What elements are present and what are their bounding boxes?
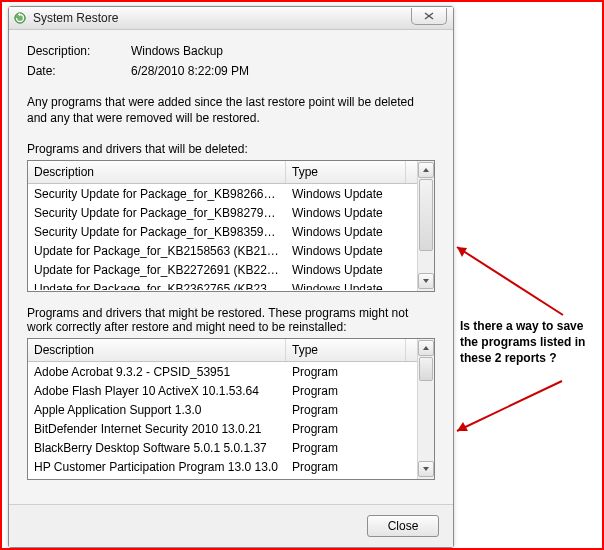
restored-table: Description Type Adobe Acrobat 9.3.2 - C… xyxy=(27,338,435,480)
system-restore-window: System Restore Description: Windows Back… xyxy=(8,6,454,548)
scroll-down-button[interactable] xyxy=(418,461,434,477)
table-row[interactable]: HP Customer Participation Program 13.0 1… xyxy=(28,457,417,476)
table-header: Description Type xyxy=(28,161,417,184)
table-row[interactable]: Update for Package_for_KB2158563 (KB2158… xyxy=(28,241,417,260)
cell-type: Windows Update xyxy=(286,187,406,201)
svg-marker-1 xyxy=(457,247,467,257)
date-value: 6/28/2010 8:22:09 PM xyxy=(131,64,249,78)
column-description[interactable]: Description xyxy=(28,339,286,361)
table-row[interactable]: Update for Package_for_KB2272691 (KB2272… xyxy=(28,260,417,279)
svg-marker-11 xyxy=(423,467,429,471)
chevron-down-icon xyxy=(422,466,430,472)
description-label: Description: xyxy=(27,44,131,58)
table-row[interactable]: Apple Application Support 1.3.0Program xyxy=(28,400,417,419)
cell-description: HP Customer Participation Program 13.0 1… xyxy=(28,460,286,474)
column-description[interactable]: Description xyxy=(28,161,286,183)
cell-description: Security Update for Package_for_KB983590… xyxy=(28,225,286,239)
svg-marker-8 xyxy=(423,168,429,172)
scroll-thumb[interactable] xyxy=(419,179,433,251)
cell-type: Windows Update xyxy=(286,206,406,220)
cell-description: Update for Package_for_KB2362765 (KB2362… xyxy=(28,282,286,291)
scroll-up-button[interactable] xyxy=(418,340,434,356)
table-row[interactable]: Update for Package_for_KB2362765 (KB2362… xyxy=(28,279,417,290)
table-row[interactable]: Adobe Acrobat 9.3.2 - CPSID_53951Program xyxy=(28,362,417,381)
title-bar: System Restore xyxy=(9,7,453,30)
svg-marker-9 xyxy=(423,279,429,283)
svg-line-2 xyxy=(457,381,562,431)
close-window-button[interactable] xyxy=(411,8,447,25)
cell-type: Windows Update xyxy=(286,225,406,239)
cell-description: Apple Application Support 1.3.0 xyxy=(28,403,286,417)
annotation-text: Is there a way to save the programs list… xyxy=(460,318,598,367)
scrollbar[interactable] xyxy=(417,339,434,479)
cell-description: Security Update for Package_for_KB982665… xyxy=(28,187,286,201)
cell-type: Windows Update xyxy=(286,282,406,291)
chevron-up-icon xyxy=(422,345,430,351)
cell-type: Program xyxy=(286,460,406,474)
cell-type: Program xyxy=(286,441,406,455)
cell-description: Security Update for Package_for_KB982799… xyxy=(28,206,286,220)
cell-description: Update for Package_for_KB2272691 (KB2272… xyxy=(28,263,286,277)
cell-type: Windows Update xyxy=(286,244,406,258)
column-type[interactable]: Type xyxy=(286,161,406,183)
cell-type: Program xyxy=(286,384,406,398)
scrollbar[interactable] xyxy=(417,161,434,291)
window-title: System Restore xyxy=(33,11,118,25)
table-header: Description Type xyxy=(28,339,417,362)
chevron-up-icon xyxy=(422,167,430,173)
svg-marker-10 xyxy=(423,346,429,350)
column-type[interactable]: Type xyxy=(286,339,406,361)
svg-marker-3 xyxy=(457,422,468,431)
svg-line-0 xyxy=(457,247,563,315)
deleted-section-label: Programs and drivers that will be delete… xyxy=(27,142,435,156)
cell-type: Program xyxy=(286,422,406,436)
table-row[interactable]: Security Update for Package_for_KB982665… xyxy=(28,184,417,203)
close-icon xyxy=(424,12,434,20)
table-row[interactable]: Adobe Flash Player 10 ActiveX 10.1.53.64… xyxy=(28,381,417,400)
cell-type: Windows Update xyxy=(286,263,406,277)
explanation-text: Any programs that were added since the l… xyxy=(27,94,435,126)
cell-description: BitDefender Internet Security 2010 13.0.… xyxy=(28,422,286,436)
scroll-down-button[interactable] xyxy=(418,273,434,289)
cell-description: BlackBerry Desktop Software 5.0.1 5.0.1.… xyxy=(28,441,286,455)
app-icon xyxy=(13,11,27,25)
dialog-footer: Close xyxy=(9,504,453,547)
table-row[interactable]: BitDefender Internet Security 2010 13.0.… xyxy=(28,419,417,438)
scroll-thumb[interactable] xyxy=(419,357,433,381)
table-row[interactable]: BlackBerry Desktop Software 5.0.1 5.0.1.… xyxy=(28,438,417,457)
table-row[interactable]: Security Update for Package_for_KB983590… xyxy=(28,222,417,241)
cell-type: Program xyxy=(286,403,406,417)
cell-description: Update for Package_for_KB2158563 (KB2158… xyxy=(28,244,286,258)
deleted-table: Description Type Security Update for Pac… xyxy=(27,160,435,292)
table-row[interactable]: Security Update for Package_for_KB982799… xyxy=(28,203,417,222)
description-value: Windows Backup xyxy=(131,44,223,58)
cell-description: Adobe Acrobat 9.3.2 - CPSID_53951 xyxy=(28,365,286,379)
cell-type: Program xyxy=(286,365,406,379)
restored-section-label: Programs and drivers that might be resto… xyxy=(27,306,435,334)
date-label: Date: xyxy=(27,64,131,78)
cell-description: Adobe Flash Player 10 ActiveX 10.1.53.64 xyxy=(28,384,286,398)
scroll-up-button[interactable] xyxy=(418,162,434,178)
chevron-down-icon xyxy=(422,278,430,284)
close-button[interactable]: Close xyxy=(367,515,439,537)
